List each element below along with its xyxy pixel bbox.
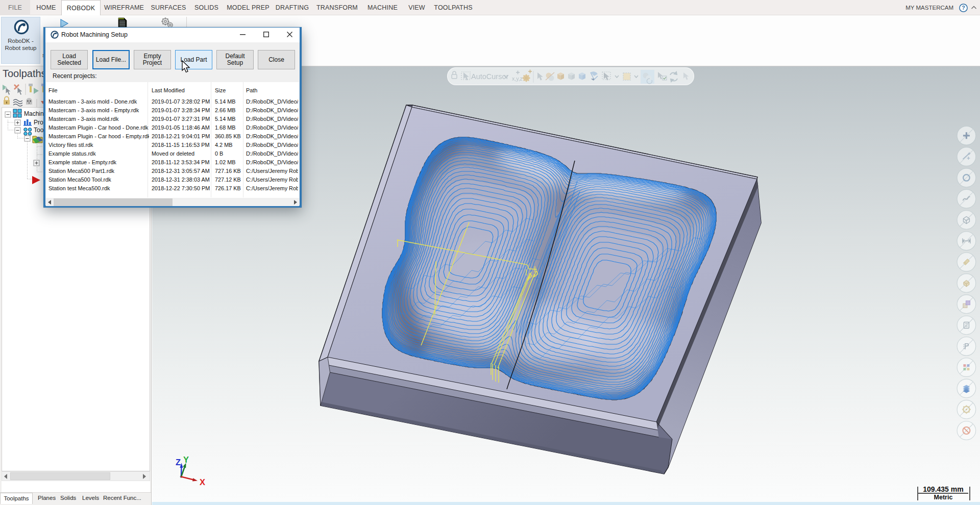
svg-text:?: ? bbox=[962, 5, 965, 11]
svg-text:Z: Z bbox=[176, 458, 181, 467]
svg-text:Y: Y bbox=[183, 455, 189, 464]
svg-text:x,y,z: x,y,z bbox=[512, 75, 523, 82]
svg-text:AutoCursor: AutoCursor bbox=[471, 72, 509, 81]
svg-text:X: X bbox=[200, 477, 205, 487]
